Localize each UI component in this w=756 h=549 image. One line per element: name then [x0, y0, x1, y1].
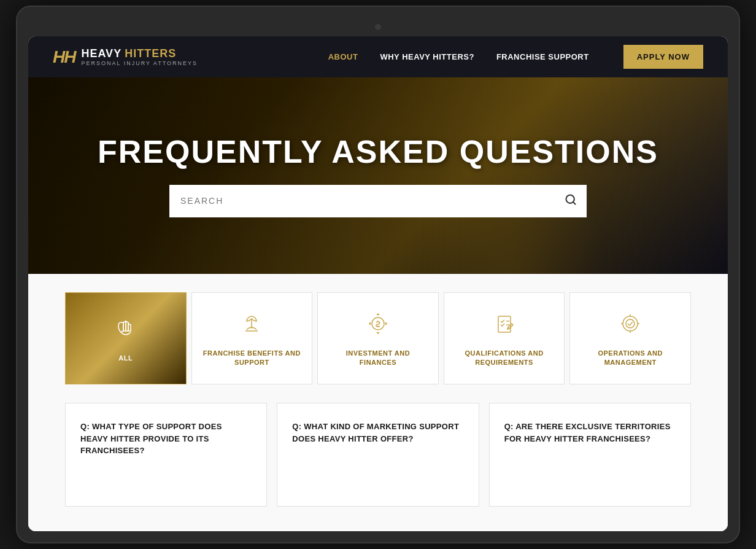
- faq-card-3[interactable]: Q: ARE THERE EXCLUSIVE TERRITORIES FOR H…: [489, 403, 691, 507]
- logo-heavy: HEAVY: [81, 47, 122, 60]
- logo-subtitle: PERSONAL INJURY ATTORNEYS: [81, 60, 198, 66]
- apply-now-button[interactable]: APPLY NOW: [623, 45, 703, 69]
- categories-grid: ALL FRANCHISE BENEFITS AND SUP: [65, 292, 691, 384]
- svg-point-6: [623, 316, 638, 331]
- coin-arrows-icon: [364, 310, 392, 340]
- website: HH HEAVY HITTERS PERSONAL INJURY ATTORNE…: [28, 36, 728, 531]
- faq-question-3: Q: ARE THERE EXCLUSIVE TERRITORIES FOR H…: [504, 421, 676, 445]
- category-investment-label: INVESTMENT AND FINANCES: [328, 349, 428, 367]
- category-all[interactable]: ALL: [65, 292, 187, 384]
- faq-card-2[interactable]: Q: WHAT KIND OF MARKETING SUPPORT DOES H…: [277, 403, 479, 507]
- device-camera: [375, 24, 381, 30]
- logo-brand-name: HEAVY HITTERS: [81, 47, 198, 60]
- logo-hh-text: HH: [53, 47, 75, 67]
- category-investment[interactable]: INVESTMENT AND FINANCES: [317, 292, 439, 384]
- logo-icon: HH: [53, 47, 75, 67]
- categories-section: ALL FRANCHISE BENEFITS AND SUP: [28, 274, 728, 384]
- hands-icon: [112, 315, 139, 345]
- search-input[interactable]: [169, 187, 555, 214]
- nav-about[interactable]: ABOUT: [328, 52, 358, 61]
- search-icon: [565, 193, 577, 206]
- logo-hitters: HITTERS: [125, 47, 176, 60]
- page-title: FREQUENTLY ASKED QUESTIONS: [98, 134, 658, 169]
- faq-question-1: Q: WHAT TYPE OF SUPPORT DOES HEAVY HITTE…: [80, 421, 252, 457]
- svg-point-7: [626, 319, 634, 328]
- device-bezel-top: [28, 18, 728, 36]
- device-inner: HH HEAVY HITTERS PERSONAL INJURY ATTORNE…: [28, 36, 728, 531]
- logo[interactable]: HH HEAVY HITTERS PERSONAL INJURY ATTORNE…: [53, 47, 198, 67]
- category-qualifications[interactable]: QUALIFICATIONS AND REQUIREMENTS: [444, 292, 565, 384]
- category-operations[interactable]: OPERATIONS AND MANAGEMENT: [569, 292, 691, 384]
- category-franchise-label: FRANCHISE BENEFITS AND SUPPORT: [202, 349, 303, 367]
- checklist-icon: [491, 310, 518, 340]
- search-bar: [169, 185, 587, 217]
- category-operations-label: OPERATIONS AND MANAGEMENT: [580, 349, 681, 367]
- hero-content: FREQUENTLY ASKED QUESTIONS: [98, 134, 658, 217]
- logo-text-block: HEAVY HITTERS PERSONAL INJURY ATTORNEYS: [81, 47, 198, 66]
- search-button[interactable]: [555, 185, 587, 217]
- site-header: HH HEAVY HITTERS PERSONAL INJURY ATTORNE…: [28, 36, 728, 77]
- svg-point-2: [372, 317, 384, 330]
- nav-why[interactable]: WHY HEAVY HITTERS?: [380, 52, 474, 61]
- category-all-label: ALL: [118, 354, 133, 362]
- nav-franchise[interactable]: FRANCHISE SUPPORT: [496, 52, 589, 61]
- svg-line-1: [573, 201, 576, 204]
- faq-card-1[interactable]: Q: WHAT TYPE OF SUPPORT DOES HEAVY HITTE…: [65, 403, 267, 507]
- plant-hands-icon: [238, 310, 265, 340]
- faq-question-2: Q: WHAT KIND OF MARKETING SUPPORT DOES H…: [292, 421, 463, 445]
- faq-grid: Q: WHAT TYPE OF SUPPORT DOES HEAVY HITTE…: [65, 403, 691, 507]
- hero-section: FREQUENTLY ASKED QUESTIONS: [28, 77, 728, 274]
- device-frame: HH HEAVY HITTERS PERSONAL INJURY ATTORNE…: [16, 6, 740, 543]
- category-franchise-benefits[interactable]: FRANCHISE BENEFITS AND SUPPORT: [191, 292, 313, 384]
- category-qualifications-label: QUALIFICATIONS AND REQUIREMENTS: [454, 349, 555, 367]
- main-nav: ABOUT WHY HEAVY HITTERS? FRANCHISE SUPPO…: [328, 45, 703, 69]
- faq-section: Q: WHAT TYPE OF SUPPORT DOES HEAVY HITTE…: [28, 384, 728, 531]
- target-check-icon: [617, 310, 644, 340]
